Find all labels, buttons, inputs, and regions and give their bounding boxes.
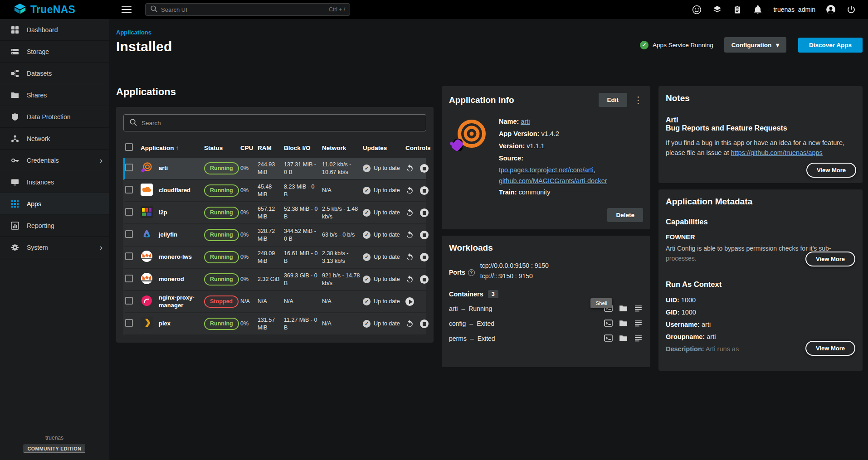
- cpu-value: 0%: [240, 229, 258, 240]
- source-link-torproject[interactable]: tpo.pages.torproject.net/core/arti: [499, 166, 594, 174]
- row-checkbox[interactable]: [125, 252, 133, 260]
- column-ram[interactable]: RAM: [258, 145, 284, 151]
- row-checkbox[interactable]: [125, 297, 133, 305]
- column-block-io[interactable]: Block I/O: [284, 145, 322, 151]
- app-row-monerod[interactable]: monerodRunning0%2.32 GiB369.3 GiB - 0 B9…: [123, 269, 426, 291]
- row-checkbox[interactable]: [125, 319, 133, 327]
- app-name-link[interactable]: arti: [521, 118, 530, 125]
- shield-icon: [11, 113, 19, 121]
- source-link-github[interactable]: github.com/MAGICGrants/arti-docker: [499, 177, 607, 184]
- stop-button[interactable]: [420, 186, 429, 195]
- sidebar-item-network[interactable]: Network: [0, 128, 109, 150]
- sidebar-item-instances[interactable]: Instances: [0, 171, 109, 193]
- column-network[interactable]: Network: [322, 145, 363, 151]
- app-row-arti[interactable]: artiRunning0%244.93 MiB137.31 MiB - 0 B1…: [123, 158, 426, 180]
- restart-button[interactable]: [405, 253, 414, 261]
- folder-icon: [11, 91, 19, 99]
- global-search-input[interactable]: [161, 6, 325, 13]
- sidebar-item-apps[interactable]: Apps: [0, 193, 109, 215]
- row-controls: [405, 207, 431, 219]
- stop-button[interactable]: [420, 275, 429, 284]
- row-checkbox[interactable]: [125, 164, 133, 171]
- edit-button[interactable]: Edit: [599, 93, 628, 107]
- container-volumes-button[interactable]: [619, 334, 628, 343]
- sidebar-item-reporting[interactable]: Reporting: [0, 215, 109, 237]
- column-cpu[interactable]: CPU: [240, 145, 258, 151]
- restart-button[interactable]: [405, 164, 414, 173]
- stop-button[interactable]: [420, 253, 429, 261]
- container-shell-button[interactable]: [604, 319, 613, 328]
- table-body: artiRunning0%244.93 MiB137.31 MiB - 0 B1…: [123, 158, 426, 335]
- menu-hamburger-icon[interactable]: [122, 6, 132, 13]
- cpu-value: 0%: [240, 274, 258, 285]
- container-name: config–Exited: [449, 320, 494, 327]
- arti-app-logo-icon: [449, 116, 490, 199]
- container-logs-button[interactable]: [634, 319, 643, 328]
- sidebar-item-credentials[interactable]: Credentials›: [0, 150, 109, 171]
- container-logs-button[interactable]: [634, 304, 643, 313]
- restart-button[interactable]: [405, 320, 414, 328]
- app-row-cloudflared[interactable]: cloudflaredRunning0%45.48 MiB8.23 MiB - …: [123, 180, 426, 202]
- restart-button[interactable]: [405, 275, 414, 284]
- app-row-jellyfin[interactable]: jellyfinRunning0%328.72 MiB344.52 MiB - …: [123, 224, 426, 247]
- discover-apps-button[interactable]: Discover Apps: [798, 38, 863, 53]
- kebab-menu-icon[interactable]: ⋮: [634, 95, 643, 105]
- stop-button[interactable]: [420, 231, 429, 239]
- row-checkbox[interactable]: [125, 275, 133, 282]
- feedback-smiley-icon[interactable]: [692, 5, 702, 15]
- notifications-bell-icon[interactable]: [753, 5, 763, 15]
- app-row-i2p[interactable]: i2pRunning0%657.12 MiB52.38 MiB - 0 B2.5…: [123, 202, 426, 224]
- stop-button[interactable]: [420, 164, 429, 173]
- select-all-checkbox[interactable]: [125, 143, 133, 151]
- status-badge: Running: [204, 184, 239, 196]
- help-icon[interactable]: ?: [468, 269, 475, 276]
- row-checkbox[interactable]: [125, 208, 133, 216]
- delete-button[interactable]: Delete: [607, 208, 643, 222]
- restart-button[interactable]: [405, 186, 414, 195]
- notes-view-more-button[interactable]: View More: [806, 163, 856, 178]
- username-label: truenas_admin: [773, 6, 815, 13]
- sidebar-item-storage[interactable]: Storage: [0, 41, 109, 63]
- sidebar-item-shares[interactable]: Shares: [0, 84, 109, 106]
- container-shell-button[interactable]: [604, 334, 613, 343]
- container-logs-button[interactable]: [634, 334, 643, 343]
- app-row-plex[interactable]: plexRunning0%131.57 MiB11.27 MiB - 0 BN/…: [123, 313, 426, 335]
- runas-view-more-button[interactable]: View More: [805, 341, 855, 356]
- jobs-clipboard-icon[interactable]: [732, 5, 742, 15]
- sidebar: DashboardStorageDatasetsSharesData Prote…: [0, 19, 109, 460]
- restart-button[interactable]: [405, 208, 414, 217]
- issues-link[interactable]: https://github.com/truenas/apps: [731, 149, 822, 156]
- column-status[interactable]: Status: [204, 145, 240, 151]
- container-volumes-button[interactable]: [619, 304, 628, 313]
- user-avatar-icon[interactable]: [826, 5, 836, 15]
- block-io-value: 137.31 MiB - 0 B: [284, 159, 322, 178]
- status-badge: Running: [204, 251, 239, 263]
- stop-button[interactable]: [420, 208, 429, 217]
- app-row-monero-lws[interactable]: monero-lwsRunning0%248.09 MiB16.61 MiB -…: [123, 247, 426, 269]
- capabilities-view-more-button[interactable]: View More: [805, 252, 855, 266]
- sidebar-item-data-protection[interactable]: Data Protection: [0, 106, 109, 128]
- power-icon[interactable]: [846, 5, 856, 15]
- ram-value: 328.72 MiB: [258, 226, 284, 244]
- configuration-button[interactable]: Configuration ▾: [724, 37, 786, 53]
- container-volumes-button[interactable]: [619, 319, 628, 328]
- ram-value: 248.09 MiB: [258, 248, 284, 266]
- network-value: N/A: [322, 185, 363, 196]
- sidebar-item-datasets[interactable]: Datasets: [0, 63, 109, 84]
- row-checkbox[interactable]: [125, 230, 133, 238]
- stop-button[interactable]: [420, 320, 429, 328]
- sidebar-item-dashboard[interactable]: Dashboard: [0, 19, 109, 41]
- app-row-nginx-proxy-manager[interactable]: nginx-proxy-managerStoppedN/AN/AN/AN/A✓U…: [123, 291, 426, 313]
- table-search-input[interactable]: [141, 120, 420, 126]
- network-value: 921 b/s - 14.78 kb/s: [322, 270, 363, 289]
- row-checkbox[interactable]: [125, 186, 133, 194]
- sidebar-item-system[interactable]: System›: [0, 237, 109, 258]
- apps-layers-icon[interactable]: [712, 5, 722, 15]
- restart-button[interactable]: [405, 231, 414, 239]
- column-updates[interactable]: Updates: [363, 145, 405, 151]
- gid-field: GID: 1000: [666, 306, 855, 319]
- column-application[interactable]: Application↑: [141, 145, 204, 151]
- start-button[interactable]: [405, 297, 414, 306]
- app-name: cloudflared: [159, 185, 204, 196]
- breadcrumb[interactable]: Applications: [116, 29, 151, 36]
